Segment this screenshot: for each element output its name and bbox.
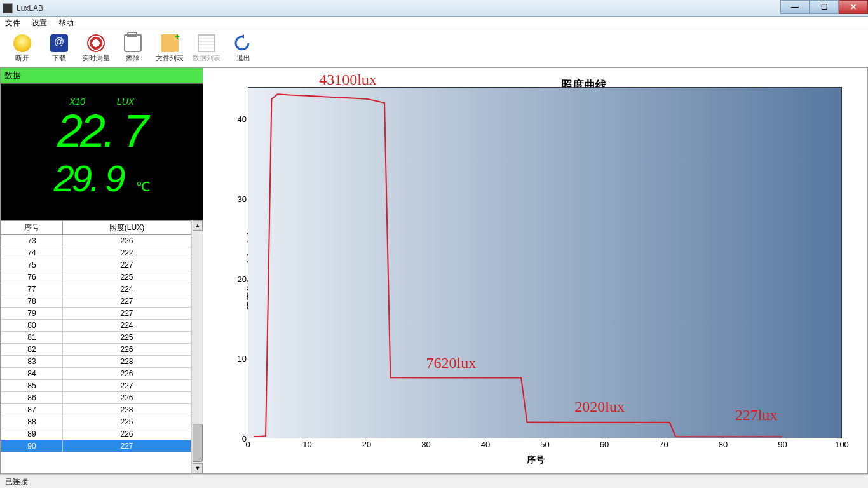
erase-button[interactable]: 擦除 xyxy=(117,33,149,63)
cell-index: 89 xyxy=(1,428,63,440)
cell-index: 83 xyxy=(1,356,63,368)
curve-line xyxy=(248,87,842,438)
table-row[interactable]: 84226 xyxy=(1,368,191,380)
cell-index: 79 xyxy=(1,308,63,320)
x-tick: 30 xyxy=(421,440,430,449)
cell-lux: 222 xyxy=(63,247,191,259)
x-axis-label: 序号 xyxy=(527,454,545,466)
toolbar: 断开 下载 实时测量 擦除 文件列表 数据列表 退出 xyxy=(0,30,868,67)
exit-arrow-icon xyxy=(234,34,252,52)
statusbar: 已连接 xyxy=(0,474,868,488)
cell-index: 84 xyxy=(1,368,63,380)
col-lux[interactable]: 照度(LUX) xyxy=(63,221,191,235)
window-close-button[interactable]: ✕ xyxy=(839,0,868,14)
filelist-button[interactable]: 文件列表 xyxy=(154,33,186,63)
cell-index: 87 xyxy=(1,404,63,416)
window-minimize-button[interactable]: — xyxy=(780,0,810,14)
app-icon xyxy=(3,3,13,13)
lcd-readout: X10 LUX 22. 7 29. 9 ℃ xyxy=(1,84,203,220)
cell-lux: 226 xyxy=(63,235,191,247)
x-tick: 70 xyxy=(659,440,668,449)
table-row[interactable]: 73226 xyxy=(1,235,191,247)
y-axis: 010203040 xyxy=(222,87,247,438)
cell-index: 82 xyxy=(1,344,63,356)
scroll-down-icon[interactable]: ▼ xyxy=(193,463,203,473)
table-row[interactable]: 79227 xyxy=(1,308,191,320)
chart-panel: 照度曲线 照度值(LUX) (10^3) 序号 010203040 010203… xyxy=(203,67,868,474)
cell-index: 88 xyxy=(1,416,63,428)
toolbar-label: 下载 xyxy=(52,53,66,63)
x-axis: 0102030405060708090100 xyxy=(248,440,842,452)
table-row[interactable]: 74222 xyxy=(1,247,191,259)
cell-lux: 227 xyxy=(63,380,191,392)
cell-lux: 228 xyxy=(63,404,191,416)
table-row[interactable]: 75227 xyxy=(1,259,191,271)
table-row[interactable]: 82226 xyxy=(1,344,191,356)
data-panel-header: 数据 xyxy=(1,68,203,84)
toolbar-label: 擦除 xyxy=(126,53,140,63)
table-row[interactable]: 80224 xyxy=(1,320,191,332)
table-row[interactable]: 89226 xyxy=(1,428,191,440)
table-row[interactable]: 88225 xyxy=(1,416,191,428)
window-title: LuxLAB xyxy=(17,4,43,13)
cell-lux: 226 xyxy=(63,428,191,440)
toolbar-label: 退出 xyxy=(236,53,250,63)
cell-index: 86 xyxy=(1,392,63,404)
scroll-up-icon[interactable]: ▲ xyxy=(193,220,203,231)
cell-lux: 227 xyxy=(63,259,191,271)
x-tick: 90 xyxy=(778,440,787,449)
table-row[interactable]: 90227 xyxy=(1,440,191,452)
cell-index: 90 xyxy=(1,440,63,452)
chart-annotation: 2020lux xyxy=(574,398,625,416)
temp-value: 29. 9 xyxy=(54,160,123,197)
cell-index: 74 xyxy=(1,247,63,259)
cell-index: 73 xyxy=(1,235,63,247)
table-row[interactable]: 76225 xyxy=(1,271,191,283)
cell-index: 77 xyxy=(1,283,63,295)
cell-lux: 224 xyxy=(63,283,191,295)
status-text: 已连接 xyxy=(5,477,28,486)
calendar-icon xyxy=(198,34,215,52)
folder-icon xyxy=(161,34,179,52)
realtime-button[interactable]: 实时测量 xyxy=(80,33,112,63)
chart-annotation: 7620lux xyxy=(426,355,477,372)
table-row[interactable]: 77224 xyxy=(1,283,191,295)
menu-file[interactable]: 文件 xyxy=(5,18,20,29)
datalist-button[interactable]: 数据列表 xyxy=(191,33,222,63)
table-row[interactable]: 86226 xyxy=(1,392,191,404)
cell-lux: 225 xyxy=(63,416,191,428)
window-titlebar: LuxLAB — ☐ ✕ xyxy=(0,0,868,17)
table-scrollbar[interactable]: ▲ ▼ xyxy=(191,220,203,473)
cell-index: 85 xyxy=(1,380,63,392)
download-icon xyxy=(50,34,68,52)
col-index[interactable]: 序号 xyxy=(1,221,63,235)
table-row[interactable]: 83228 xyxy=(1,356,191,368)
x-tick: 80 xyxy=(719,440,728,449)
cell-lux: 226 xyxy=(63,368,191,380)
cell-index: 80 xyxy=(1,320,63,332)
scroll-thumb[interactable] xyxy=(193,424,203,462)
y-tick: 30 xyxy=(224,194,247,203)
menu-help[interactable]: 帮助 xyxy=(58,18,74,29)
menu-settings[interactable]: 设置 xyxy=(32,18,47,29)
x-tick: 60 xyxy=(600,440,609,449)
cell-lux: 227 xyxy=(63,440,191,452)
cell-lux: 224 xyxy=(63,320,191,332)
cell-index: 78 xyxy=(1,295,63,308)
exit-button[interactable]: 退出 xyxy=(227,33,259,63)
toolbar-label: 断开 xyxy=(15,53,29,63)
table-row[interactable]: 85227 xyxy=(1,380,191,392)
table-row[interactable]: 78227 xyxy=(1,295,191,308)
toolbar-label: 文件列表 xyxy=(156,53,184,63)
cell-lux: 227 xyxy=(63,308,191,320)
toolbar-label: 实时测量 xyxy=(82,53,110,63)
table-row[interactable]: 81225 xyxy=(1,332,191,344)
bulb-icon xyxy=(13,34,31,52)
download-button[interactable]: 下载 xyxy=(43,33,75,63)
table-row[interactable]: 87228 xyxy=(1,404,191,416)
cell-lux: 227 xyxy=(63,295,191,308)
chart-annotation: 43100lux xyxy=(319,71,377,88)
disconnect-button[interactable]: 断开 xyxy=(6,33,38,63)
window-maximize-button[interactable]: ☐ xyxy=(810,0,839,14)
y-tick: 10 xyxy=(224,354,247,363)
